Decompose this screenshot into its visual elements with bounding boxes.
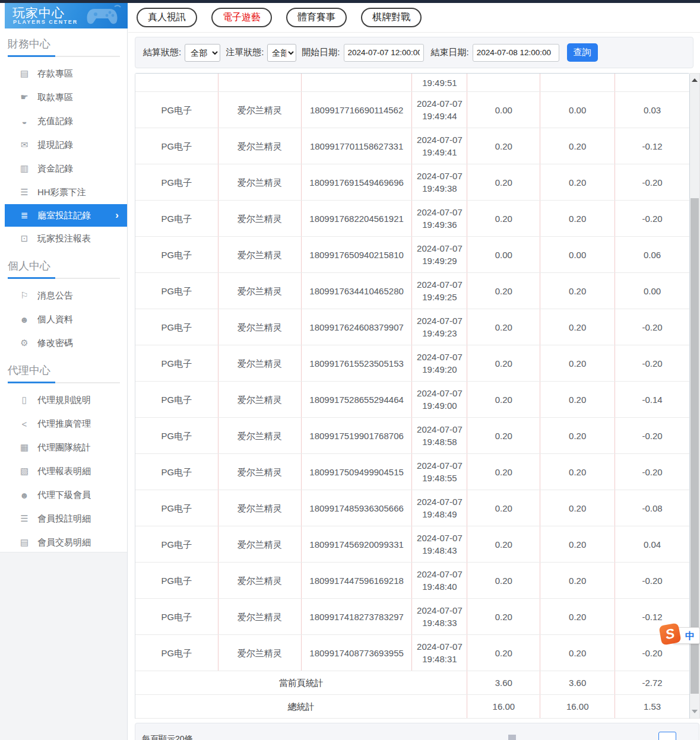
end-date-input[interactable] [473,44,559,62]
start-date-input[interactable] [344,44,424,62]
sidebar-item-agent-team-stats[interactable]: ▦ 代理團隊統計 [5,436,127,459]
cell-bet-amount: 0.20 [467,563,540,598]
sidebar-item-label: 代理報表明細 [37,466,91,477]
recharge-moneybag-icon: ◒ [18,116,30,126]
cell-valid-bet: 0.20 [540,382,615,417]
bet-date: 2024-07-07 [417,206,463,218]
bet-date: 2024-07-07 [417,134,463,146]
sogou-logo-icon[interactable]: S [658,623,681,645]
tab-live-casino[interactable]: 真人視訊 [137,8,197,27]
sidebar-item-player-bet-report[interactable]: ⊡ 玩家投注報表 [5,227,127,250]
sidebar-item-label: 提現記錄 [37,139,73,151]
cell-bet-amount: 0.20 [467,454,540,490]
member-bet-detail-icon: ☰ [18,513,30,524]
tab-board-games[interactable]: 棋牌對戰 [361,8,422,27]
cell-bet-id: 1809917447596169218 [302,563,413,598]
cell-bet-amount: 0.20 [467,164,540,200]
sidebar-item-label: 消息公告 [37,290,73,301]
tab-sports[interactable]: 體育賽事 [286,8,347,27]
bet-time: 19:48:40 [422,580,457,593]
cell-bet-id: 1809917701158627331 [302,128,413,164]
order-status-label: 注單狀態: [226,47,264,58]
sidebar-item-agent-sub-members[interactable]: ☻ 代理下級會員 [5,483,127,507]
table-row: PG电子 爱尔兰精灵 1809917615523505153 2024-07-0… [135,345,689,382]
deposit-card-icon: ▤ [18,68,30,79]
chevron-right-icon: › [115,209,119,221]
cell-valid-bet: 0.20 [540,635,615,671]
cell-bet-amount [467,74,540,91]
search-button[interactable]: 查詢 [567,43,598,62]
sidebar-item-deposit-area[interactable]: ▤ 存款專區 [5,62,127,85]
top-dark-bar [0,0,700,3]
table-body: 19:49:51 PG电子 爱尔兰精灵 1809917716690114562 … [135,73,690,719]
cell-profit: -0.20 [615,164,689,200]
cell-valid-bet: 0.20 [540,454,615,490]
sidebar-item-member-transaction-details[interactable]: ▤ 會員交易明細 [5,531,127,554]
cell-profit: -0.20 [615,563,689,598]
scrollbar-thumb[interactable] [691,198,699,694]
cell-provider: PG电子 [135,273,218,309]
cell-bet-amount: 0.20 [467,418,540,453]
scroll-down-icon[interactable] [692,710,698,713]
cell-datetime: 2024-07-07 19:48:49 [412,490,467,526]
settle-status-select[interactable]: 全部 [185,44,220,62]
bet-time: 19:49:29 [422,255,457,267]
cell-game: 爱尔兰精灵 [218,418,302,453]
scroll-up-icon[interactable] [692,78,698,82]
sidebar-item-funds-records[interactable]: ▥ 資金記錄 [5,157,127,180]
sidebar-item-agent-promotion[interactable]: < 代理推廣管理 [5,412,127,436]
sidebar-item-hall-bet-records[interactable]: ≣ 廳室投註記錄 › [5,204,127,227]
sidebar-item-agent-report-details[interactable]: ▧ 代理報表明細 [5,459,127,483]
sidebar-empty-area [0,552,127,740]
table-row: PG电子 爱尔兰精灵 1809917701158627331 2024-07-0… [135,128,689,164]
sidebar-item-change-password[interactable]: ⚙ 修改密碼 [5,331,127,355]
cell-bet-amount: 0.00 [467,237,540,272]
cell-profit: -0.12 [615,128,689,164]
cell-valid-bet: 0.00 [540,92,615,128]
cell-game: 爱尔兰精灵 [218,92,302,128]
cell-bet-id: 1809917528655294464 [302,382,413,417]
pagination-current-page[interactable] [658,732,676,740]
hall-bet-record-icon: ≣ [18,210,30,221]
sidebar-item-label: 玩家投注報表 [37,233,91,244]
sidebar-item-profile[interactable]: ☻ 個人資料 [5,307,127,331]
table-row: PG电子 爱尔兰精灵 1809917456920099331 2024-07-0… [135,526,689,563]
sidebar-item-label: 修改密碼 [37,338,73,349]
cell-profit: 0.06 [615,237,689,272]
footer-element [508,735,516,740]
order-status-select[interactable]: 全部 [267,44,296,62]
sidebar-item-recharge-records[interactable]: ◒ 充值記錄 [5,109,127,133]
profile-person-icon: ☻ [18,315,30,325]
cell-provider: PG电子 [135,526,218,562]
cell-profit: -0.20 [615,454,689,490]
member-transaction-icon: ▤ [18,537,30,548]
sidebar-item-hh-lottery-bets[interactable]: ☰ HH彩票下注 [5,180,127,204]
summary-label: 當前頁統計 [135,671,467,694]
bet-date: 2024-07-07 [417,604,463,617]
agent-share-icon: < [18,419,30,429]
sidebar-item-withdraw-area[interactable]: ☛ 取款專區 [5,85,127,109]
agent-rules-file-icon: ▯ [18,395,30,405]
tab-electronic-games[interactable]: 電子遊藝 [211,8,272,27]
sidebar-item-announcements[interactable]: ⚐ 消息公告 [5,284,127,307]
cell-valid-bet: 0.20 [540,273,615,309]
sidebar-item-member-bet-details[interactable]: ☰ 會員投註明細 [5,507,127,531]
agent-team-stats-icon: ▦ [18,442,30,453]
withdrawal-wallet-icon: ✉ [18,139,30,150]
sidebar-item-withdrawal-records[interactable]: ✉ 提現記錄 [5,133,127,157]
cell-profit: -0.20 [615,345,689,381]
bet-time: 19:49:38 [422,182,457,195]
cell-valid-bet: 0.20 [540,164,615,200]
sidebar-item-label: 會員投註明細 [37,513,91,525]
cell-bet-amount: 0.20 [467,201,540,236]
cell-profit: -0.20 [615,201,689,236]
vertical-scrollbar[interactable] [690,73,700,719]
end-date-label: 結束日期: [431,47,469,58]
cell-game: 爱尔兰精灵 [218,345,302,381]
cell-valid-bet: 0.00 [540,237,615,272]
sidebar-item-agent-rules[interactable]: ▯ 代理規則說明 [5,388,127,412]
cell-datetime: 2024-07-07 19:48:58 [412,418,467,453]
ime-chinese-mode-label[interactable]: 中 [685,630,695,643]
bet-time: 19:48:43 [422,544,457,557]
cell-profit [615,74,689,91]
